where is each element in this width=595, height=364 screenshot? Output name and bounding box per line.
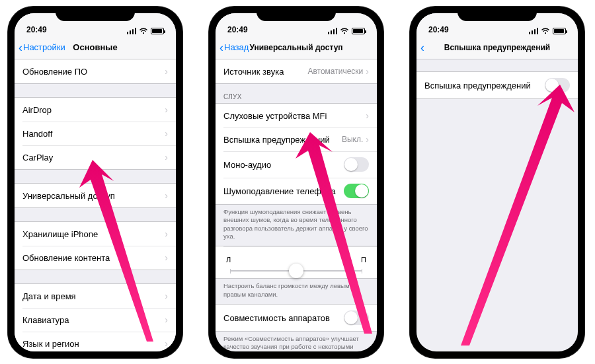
row-label: Обновление ПО <box>22 67 87 77</box>
screen-1: 20:49 ‹ Настройки Основные Обновление ПО… <box>15 13 176 351</box>
row-mfi-hearing[interactable]: Слуховые устройства MFi› <box>216 104 377 127</box>
section-hearing: СЛУХ <box>216 84 377 103</box>
back-button[interactable]: ‹ <box>420 42 425 54</box>
row-keyboard[interactable]: Клавиатура› <box>15 308 176 332</box>
accessibility-list[interactable]: Источник звука Автоматически› СЛУХ Слухо… <box>216 59 377 351</box>
screen-2: 20:49 ‹ Назад Универсальный доступ Источ… <box>216 13 377 351</box>
chevron-right-icon: › <box>165 252 168 263</box>
row-label: Хранилище iPhone <box>22 229 98 239</box>
notch <box>56 7 135 21</box>
nav-title: Вспышка предупреждений <box>416 43 578 52</box>
row-language-region[interactable]: Язык и регион› <box>15 332 176 351</box>
row-label: Handoff <box>22 129 52 139</box>
status-time: 20:49 <box>428 25 449 34</box>
row-value: Автоматически <box>307 67 363 76</box>
balance-note: Настроить баланс громкости между левым и… <box>216 279 377 304</box>
wifi-icon <box>541 28 550 34</box>
battery-icon <box>352 28 365 34</box>
row-noise-cancel[interactable]: Шумоподавление телефона <box>216 178 377 204</box>
battery-icon <box>151 28 164 34</box>
cellular-signal-icon <box>127 28 137 34</box>
nav-bar: ‹ Настройки Основные <box>15 36 176 59</box>
noise-note: Функция шумоподавления снижает уровень в… <box>216 205 377 246</box>
back-button[interactable]: ‹ Назад <box>219 42 249 54</box>
chevron-right-icon: › <box>165 66 168 77</box>
chevron-right-icon: › <box>165 291 168 301</box>
row-led-flash[interactable]: Вспышка предупрежденийВыкл.› <box>216 127 377 151</box>
row-date-time[interactable]: Дата и время› <box>15 284 176 308</box>
row-label: Моно-аудио <box>223 160 271 170</box>
row-value: Выкл. <box>342 135 363 144</box>
row-carplay[interactable]: CarPlay› <box>15 145 176 169</box>
chevron-left-icon: ‹ <box>19 42 22 54</box>
row-label: Универсальный доступ <box>22 191 115 201</box>
status-time: 20:49 <box>227 25 248 34</box>
row-accessibility[interactable]: Универсальный доступ› <box>15 184 176 207</box>
status-time: 20:49 <box>26 25 47 34</box>
settings-list[interactable]: Обновление ПО › AirDrop› Handoff› CarPla… <box>15 59 176 351</box>
balance-slider[interactable] <box>230 270 362 272</box>
row-airdrop[interactable]: AirDrop› <box>15 98 176 122</box>
chevron-right-icon: › <box>165 152 168 163</box>
row-label: Клавиатура <box>22 315 69 325</box>
balance-right-label: П <box>361 256 366 264</box>
chevron-right-icon: › <box>165 190 168 201</box>
back-button[interactable]: ‹ Настройки <box>19 42 65 54</box>
switch-noise-cancel[interactable] <box>344 184 369 198</box>
nav-bar: ‹ Вспышка предупреждений <box>416 36 578 59</box>
chevron-right-icon: › <box>165 314 168 325</box>
chevron-right-icon: › <box>165 229 168 239</box>
back-label: Настройки <box>23 42 65 52</box>
notch <box>457 7 537 21</box>
row-hearing-compat[interactable]: Совместимость аппаратов <box>216 305 377 331</box>
wifi-icon <box>340 28 349 34</box>
row-iphone-storage[interactable]: Хранилище iPhone› <box>15 222 176 246</box>
row-label: Вспышка предупреждений <box>223 135 330 145</box>
back-label: Назад <box>224 42 249 52</box>
row-label: Обновление контента <box>22 253 110 263</box>
chevron-right-icon: › <box>165 338 168 349</box>
chevron-right-icon: › <box>366 110 369 121</box>
switch-hearing-compat[interactable] <box>344 310 369 325</box>
cellular-signal-icon <box>529 28 539 34</box>
row-led-flash-toggle[interactable]: Вспышка предупреждений <box>416 72 578 98</box>
nav-bar: ‹ Назад Универсальный доступ <box>216 36 377 59</box>
wifi-icon <box>139 28 148 34</box>
phone-frame-3: 20:49 ‹ Вспышка предупреждений Вспышка п… <box>410 7 584 358</box>
row-label: Язык и регион <box>22 339 79 349</box>
row-background-refresh[interactable]: Обновление контента› <box>15 246 176 270</box>
row-audio-source[interactable]: Источник звука Автоматически› <box>216 59 377 83</box>
row-label: Вспышка предупреждений <box>424 81 531 91</box>
balance-left-label: Л <box>226 256 231 264</box>
chevron-right-icon: › <box>165 128 168 139</box>
phone-frame-1: 20:49 ‹ Настройки Основные Обновление ПО… <box>8 7 182 358</box>
cellular-signal-icon <box>328 28 338 34</box>
chevron-left-icon: ‹ <box>219 42 223 54</box>
row-label: Шумоподавление телефона <box>223 186 336 196</box>
chevron-right-icon: › <box>366 134 369 145</box>
row-label: Источник звука <box>223 67 284 77</box>
battery-icon <box>553 28 566 34</box>
notch <box>257 7 336 21</box>
row-label: AirDrop <box>22 105 52 115</box>
screen-3: 20:49 ‹ Вспышка предупреждений Вспышка п… <box>416 13 578 351</box>
flash-list[interactable]: Вспышка предупреждений <box>416 59 578 351</box>
switch-led-flash[interactable] <box>545 78 570 92</box>
slider-knob[interactable] <box>289 264 303 278</box>
row-label: Слуховые устройства MFi <box>223 111 327 121</box>
row-software-update[interactable]: Обновление ПО › <box>15 59 176 83</box>
chevron-right-icon: › <box>366 66 369 77</box>
row-handoff[interactable]: Handoff› <box>15 122 176 145</box>
row-mono-audio[interactable]: Моно-аудио <box>216 151 377 178</box>
row-label: CarPlay <box>22 153 53 163</box>
compat-note: Режим «Совместимость аппаратов» улучшает… <box>216 332 377 351</box>
chevron-left-icon: ‹ <box>420 42 424 54</box>
chevron-right-icon: › <box>165 104 168 115</box>
row-label: Совместимость аппаратов <box>223 313 330 323</box>
phone-frame-2: 20:49 ‹ Назад Универсальный доступ Источ… <box>209 7 383 358</box>
balance-slider-row: Л П <box>216 246 377 278</box>
row-label: Дата и время <box>22 291 76 301</box>
switch-mono-audio[interactable] <box>344 157 369 172</box>
